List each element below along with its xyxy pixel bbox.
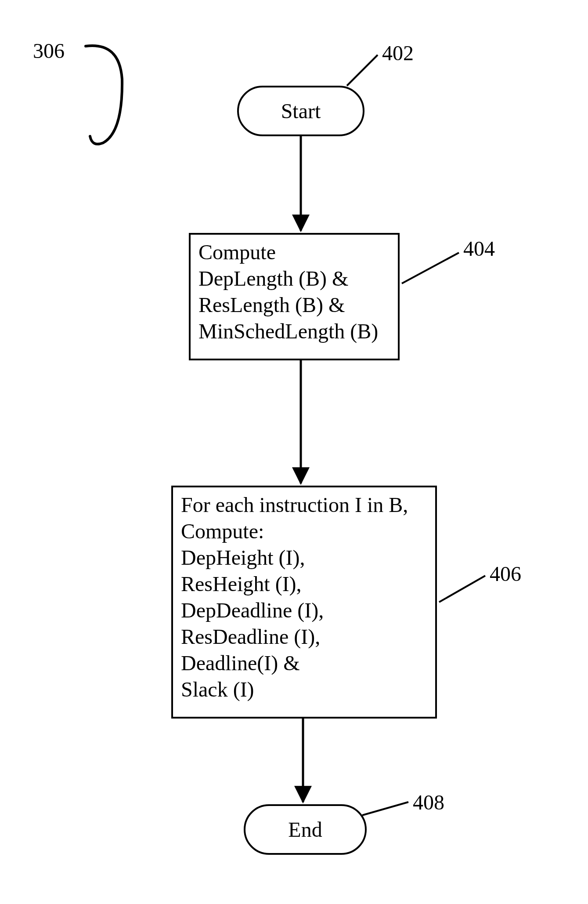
process-line: MinSchedLength (B) xyxy=(198,318,391,345)
terminator-end: End xyxy=(244,804,367,855)
process-compute-instr: For each instruction I in B, Compute: De… xyxy=(171,486,437,719)
svg-line-5 xyxy=(439,576,485,602)
terminator-start-text: Start xyxy=(281,99,321,123)
process-line: DepHeight (I), xyxy=(181,545,428,571)
process-line: Slack (I) xyxy=(181,676,428,703)
process-line: Compute xyxy=(198,239,391,265)
ref-label-402: 402 xyxy=(382,42,414,65)
ref-label-406: 406 xyxy=(490,563,521,586)
process-compute-block: Compute DepLength (B) & ResLength (B) & … xyxy=(189,233,400,360)
ref-label-408: 408 xyxy=(413,791,444,814)
process-line: ResDeadline (I), xyxy=(181,624,428,650)
process-line: Deadline(I) & xyxy=(181,650,428,676)
process-line: DepDeadline (I), xyxy=(181,597,428,624)
flowchart-canvas: 306 402 Start Compute DepLength (B) & Re… xyxy=(0,0,588,904)
svg-line-3 xyxy=(347,55,378,86)
ref-label-306: 306 xyxy=(33,40,65,63)
svg-line-4 xyxy=(402,253,459,283)
terminator-end-text: End xyxy=(288,817,322,842)
process-line: ResHeight (I), xyxy=(181,571,428,597)
process-line: For each instruction I in B, xyxy=(181,492,428,518)
process-line: Compute: xyxy=(181,518,428,545)
svg-line-6 xyxy=(362,802,408,815)
process-line: ResLength (B) & xyxy=(198,292,391,318)
process-line: DepLength (B) & xyxy=(198,265,391,292)
ref-label-404: 404 xyxy=(463,237,495,261)
terminator-start: Start xyxy=(237,86,364,136)
